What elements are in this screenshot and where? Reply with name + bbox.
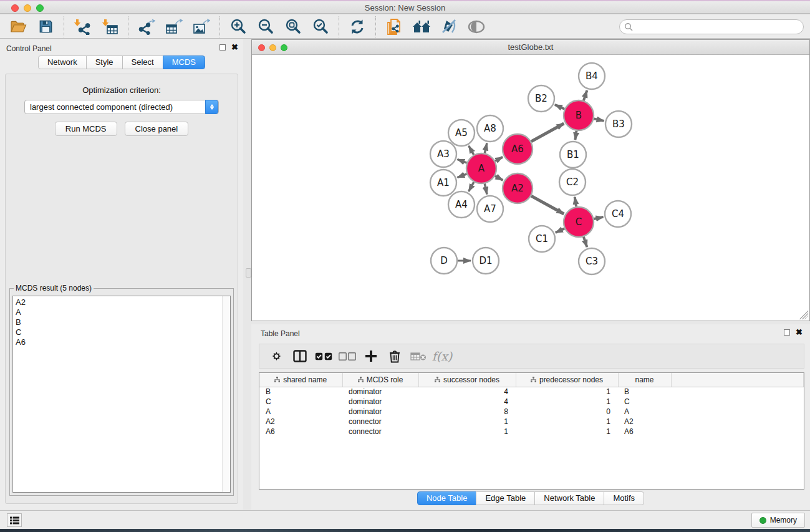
search-field[interactable]	[619, 19, 804, 34]
graph-node-C1[interactable]: C1	[529, 226, 555, 252]
graph-node-C2[interactable]: C2	[559, 169, 586, 195]
new-network-from-selection-icon[interactable]	[383, 17, 405, 37]
run-mcds-button[interactable]: Run MCDS	[55, 122, 117, 136]
mcds-result-list[interactable]: A2ABCA6	[12, 296, 231, 493]
table-cell[interactable]	[671, 397, 804, 407]
mcds-result-item[interactable]: B	[16, 317, 230, 327]
import-network-icon[interactable]	[72, 17, 93, 37]
mcds-result-item[interactable]: A2	[16, 297, 230, 307]
graph-edge-B-B2[interactable]	[555, 105, 564, 109]
graph-edge-A6-B[interactable]	[531, 123, 564, 142]
table-cell[interactable]: 8	[418, 407, 516, 417]
hide-graphics-details-icon[interactable]	[438, 17, 460, 37]
graph-node-A3[interactable]: A3	[430, 141, 456, 167]
save-session-icon[interactable]	[35, 17, 56, 37]
tab-style[interactable]: Style	[86, 56, 123, 69]
zoom-out-icon[interactable]	[255, 17, 276, 37]
table-row[interactable]: A2connector11A2	[259, 417, 804, 427]
tab-edge-table[interactable]: Edge Table	[476, 491, 535, 505]
mcds-result-item[interactable]: A	[16, 307, 230, 317]
graph-node-C4[interactable]: C4	[605, 201, 631, 227]
first-neighbors-icon[interactable]	[411, 17, 432, 37]
close-panel-button[interactable]: Close panel	[125, 122, 189, 136]
graph-edge-C-C3[interactable]	[584, 237, 587, 248]
column-header-name[interactable]: name	[618, 373, 671, 387]
tab-network-table[interactable]: Network Table	[534, 491, 604, 505]
close-panel-icon[interactable]: ✖	[231, 44, 238, 51]
table-cell[interactable]: 0	[516, 407, 618, 417]
mcds-result-item[interactable]: C	[16, 327, 230, 337]
graph-node-C3[interactable]: C3	[579, 248, 605, 274]
tab-node-table[interactable]: Node Table	[417, 491, 477, 505]
graph-node-A8[interactable]: A8	[477, 115, 503, 142]
graph-node-A5[interactable]: A5	[448, 120, 475, 146]
table-row[interactable]: Cdominator41C	[259, 397, 804, 407]
settings-gear-icon[interactable]	[264, 345, 288, 367]
graph-edge-A-A7[interactable]	[485, 183, 487, 194]
node-table[interactable]: shared nameMCDS rolesuccessor nodesprede…	[259, 372, 804, 490]
table-cell[interactable]: dominator	[342, 387, 418, 397]
graph-node-B3[interactable]: B3	[605, 111, 632, 137]
birds-eye-view-icon[interactable]	[466, 17, 487, 37]
split-divider-grip[interactable]	[246, 268, 251, 278]
graph-node-A[interactable]: A	[466, 153, 496, 183]
table-cell[interactable]: connector	[342, 417, 418, 427]
graph-node-A6[interactable]: A6	[503, 134, 533, 164]
search-input[interactable]	[633, 22, 803, 31]
table-cell[interactable]: A2	[618, 417, 671, 427]
graph-node-C[interactable]: C	[564, 207, 594, 237]
delete-table-icon[interactable]	[407, 345, 430, 367]
table-cell[interactable]: A	[618, 407, 671, 417]
refresh-layout-icon[interactable]	[347, 17, 368, 37]
graph-edge-C-C2[interactable]	[575, 197, 576, 207]
memory-button[interactable]: Memory	[751, 513, 805, 528]
table-cell[interactable]: 1	[418, 417, 516, 427]
tab-mcds[interactable]: MCDS	[163, 56, 205, 69]
export-network-icon[interactable]	[136, 17, 157, 37]
table-cell[interactable]: 1	[516, 427, 618, 437]
table-cell[interactable]: B	[618, 387, 671, 397]
mcds-result-item[interactable]: A6	[16, 337, 230, 347]
graph-node-B4[interactable]: B4	[579, 63, 605, 89]
table-cell[interactable]: 1	[418, 427, 516, 437]
graph-edge-A-A1[interactable]	[457, 174, 466, 178]
zoom-fit-icon[interactable]	[282, 17, 304, 37]
table-cell[interactable]: 1	[516, 387, 618, 397]
graph-edge-A-A8[interactable]	[485, 143, 487, 153]
delete-column-icon[interactable]	[383, 345, 407, 367]
network-canvas[interactable]: AA1A2A3A4A5A6A7A8BB1B2B3B4CC1C2C3C4DD1	[252, 55, 809, 321]
table-cell[interactable]: A2	[259, 417, 342, 427]
export-table-icon[interactable]	[163, 17, 185, 37]
scrollbar-track[interactable]	[222, 296, 230, 492]
table-cell[interactable]: A	[259, 407, 342, 417]
graph-edge-A-A6[interactable]	[495, 157, 503, 161]
graph-node-D[interactable]: D	[431, 248, 457, 274]
graph-edge-A-A3[interactable]	[457, 159, 466, 163]
select-all-checkboxes-icon[interactable]	[312, 345, 335, 367]
table-cell[interactable]	[671, 427, 804, 437]
graph-node-B2[interactable]: B2	[528, 85, 554, 112]
table-row[interactable]: Bdominator41B	[259, 387, 804, 397]
function-builder-icon[interactable]: f(x)	[430, 345, 454, 367]
close-table-panel-icon[interactable]: ✖	[796, 329, 803, 336]
graph-node-A4[interactable]: A4	[448, 191, 475, 218]
zoom-in-icon[interactable]	[228, 17, 249, 37]
table-cell[interactable]: 1	[516, 417, 618, 427]
column-header-predecessor-nodes[interactable]: predecessor nodes	[516, 373, 618, 387]
table-cell[interactable]: A6	[259, 427, 342, 437]
graph-edge-C-C4[interactable]	[594, 217, 603, 219]
task-history-icon[interactable]	[7, 513, 22, 527]
graph-edge-B-B4[interactable]	[584, 90, 587, 101]
graph-node-A7[interactable]: A7	[477, 196, 503, 222]
table-cell[interactable]	[671, 407, 804, 417]
table-cell[interactable]: C	[259, 397, 342, 407]
table-cell[interactable]: C	[618, 397, 671, 407]
float-table-panel-icon[interactable]	[784, 329, 790, 336]
open-session-icon[interactable]	[7, 17, 29, 37]
table-cell[interactable]: 1	[516, 397, 618, 407]
import-table-icon[interactable]	[99, 17, 120, 37]
table-cell[interactable]: A6	[618, 427, 671, 437]
tab-select[interactable]: Select	[122, 56, 163, 69]
graph-edge-B-B1[interactable]	[575, 131, 576, 140]
graph-edge-A-A2[interactable]	[495, 176, 503, 180]
